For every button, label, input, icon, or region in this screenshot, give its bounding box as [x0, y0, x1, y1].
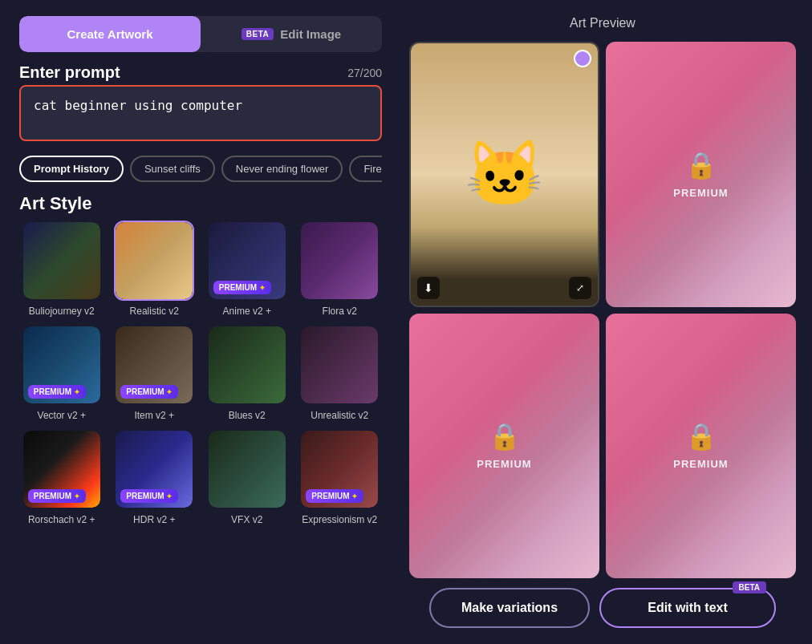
chips-row: Prompt History Sunset cliffs Never endin… [19, 156, 382, 182]
cat-image: 🐱 [411, 43, 598, 306]
selected-indicator [574, 50, 591, 67]
edit-text-label: Edit with text [648, 601, 728, 614]
premium-tag-vector: PREMIUM ✦ [28, 385, 86, 399]
art-thumb-blues [207, 325, 287, 405]
chip-never-ending-flower[interactable]: Never ending flower [221, 156, 343, 182]
art-label-buliojourney: Buliojourney v2 [29, 306, 95, 317]
art-item-blues[interactable]: Blues v2 [205, 325, 290, 421]
download-icon[interactable]: ⬇ [417, 277, 440, 299]
art-item-anime[interactable]: PREMIUM ✦ Anime v2 + [205, 221, 290, 317]
art-thumb-buliojourney [22, 221, 102, 301]
art-item-buliojourney[interactable]: Buliojourney v2 [19, 221, 104, 317]
premium-tag-hdr: PREMIUM ✦ [120, 489, 178, 503]
art-thumb-vfx [207, 429, 287, 509]
tab-create-artwork[interactable]: Create Artwork [19, 16, 201, 52]
premium-label-2: PREMIUM [673, 187, 728, 199]
art-thumb-expressionism: PREMIUM ✦ [299, 429, 380, 509]
chip-fire[interactable]: Fire and w... [349, 156, 382, 182]
edit-beta-badge: BETA [733, 581, 766, 593]
art-item-rorschach[interactable]: PREMIUM ✦ Rorschach v2 + [19, 429, 104, 525]
prompt-header: Enter prompt 27/200 [19, 63, 382, 82]
art-label-realistic: Realistic v2 [130, 306, 179, 317]
premium-label-3: PREMIUM [477, 458, 531, 470]
art-item-expressionism[interactable]: PREMIUM ✦ Expressionism v2 [298, 429, 383, 525]
art-thumb-item: PREMIUM ✦ [114, 325, 194, 405]
preview-cell-2[interactable]: 🔒 PREMIUM [606, 42, 796, 307]
premium-tag-item: PREMIUM ✦ [120, 385, 178, 399]
art-item-vfx[interactable]: VFX v2 [205, 429, 290, 525]
art-thumb-vector: PREMIUM ✦ [22, 325, 102, 405]
premium-tag-anime: PREMIUM ✦ [213, 281, 271, 294]
prompt-section: Enter prompt 27/200 cat beginner using c… [19, 63, 382, 144]
prompt-count: 27/200 [347, 67, 382, 79]
preview-cell-4[interactable]: 🔒 PREMIUM [606, 314, 796, 579]
art-label-vfx: VFX v2 [231, 514, 262, 525]
art-style-title: Art Style [19, 193, 382, 214]
art-label-expressionism: Expressionism v2 [302, 514, 377, 525]
art-item-flora[interactable]: Flora v2 [298, 221, 383, 317]
premium-label-4: PREMIUM [673, 458, 728, 470]
tab-row: Create Artwork BETA Edit Image [19, 16, 382, 52]
prompt-input[interactable]: cat beginner using computer [19, 85, 382, 141]
art-item-vector[interactable]: PREMIUM ✦ Vector v2 + [19, 325, 104, 421]
premium-tag-expressionism: PREMIUM ✦ [306, 489, 363, 503]
art-label-anime: Anime v2 + [223, 306, 271, 317]
art-thumb-realistic [114, 221, 194, 301]
art-thumb-unrealistic [299, 325, 380, 405]
art-label-blues: Blues v2 [229, 410, 266, 421]
make-variations-button[interactable]: Make variations [429, 588, 590, 628]
art-thumb-hdr: PREMIUM ✦ [114, 429, 194, 509]
lock-icon-3: 🔒 [489, 421, 521, 452]
chip-prompt-history[interactable]: Prompt History [19, 156, 124, 182]
art-label-unrealistic: Unrealistic v2 [311, 410, 368, 421]
expand-icon[interactable]: ⤢ [569, 277, 591, 299]
premium-tag-rorschach: PREMIUM ✦ [28, 489, 86, 503]
preview-grid: 🐱 ⬇ ⤢ 🔒 PREMIUM 🔒 PREMIUM 🔒 PREMIUM [409, 42, 796, 578]
preview-cell-3[interactable]: 🔒 PREMIUM [409, 314, 599, 579]
art-thumb-rorschach: PREMIUM ✦ [22, 429, 102, 509]
prompt-label: Enter prompt [19, 63, 120, 82]
chip-sunset-cliffs[interactable]: Sunset cliffs [130, 156, 215, 182]
beta-badge: BETA [242, 28, 274, 40]
left-panel: Create Artwork BETA Edit Image Enter pro… [0, 0, 401, 644]
art-label-vector: Vector v2 + [38, 410, 86, 421]
art-label-rorschach: Rorschach v2 + [28, 514, 95, 525]
art-thumb-anime: PREMIUM ✦ [207, 221, 287, 301]
art-item-realistic[interactable]: Realistic v2 [112, 221, 197, 317]
art-label-hdr: HDR v2 + [133, 514, 175, 525]
art-thumb-flora [299, 221, 380, 301]
art-style-section: Art Style Buliojourney v2 Realistic v2 [19, 193, 382, 525]
edit-with-text-button[interactable]: BETA Edit with text [599, 588, 776, 628]
art-item-unrealistic[interactable]: Unrealistic v2 [298, 325, 383, 421]
art-preview-title: Art Preview [409, 16, 796, 30]
tab-edit-label: Edit Image [280, 27, 341, 41]
art-label-flora: Flora v2 [323, 306, 357, 317]
art-label-item: Item v2 + [134, 410, 174, 421]
preview-cell-1[interactable]: 🐱 ⬇ ⤢ [409, 42, 599, 307]
art-item-hdr[interactable]: PREMIUM ✦ HDR v2 + [112, 429, 197, 525]
right-panel: Art Preview 🐱 ⬇ ⤢ 🔒 PREMIUM 🔒 PREMIUM 🔒 … [401, 0, 812, 644]
tab-edit-image[interactable]: BETA Edit Image [201, 16, 382, 52]
art-item-item[interactable]: PREMIUM ✦ Item v2 + [112, 325, 197, 421]
lock-icon-4: 🔒 [685, 421, 717, 452]
art-style-grid: Buliojourney v2 Realistic v2 PREMIUM ✦ [19, 221, 382, 525]
bottom-buttons: Make variations BETA Edit with text [409, 588, 796, 628]
lock-icon-2: 🔒 [685, 150, 717, 180]
